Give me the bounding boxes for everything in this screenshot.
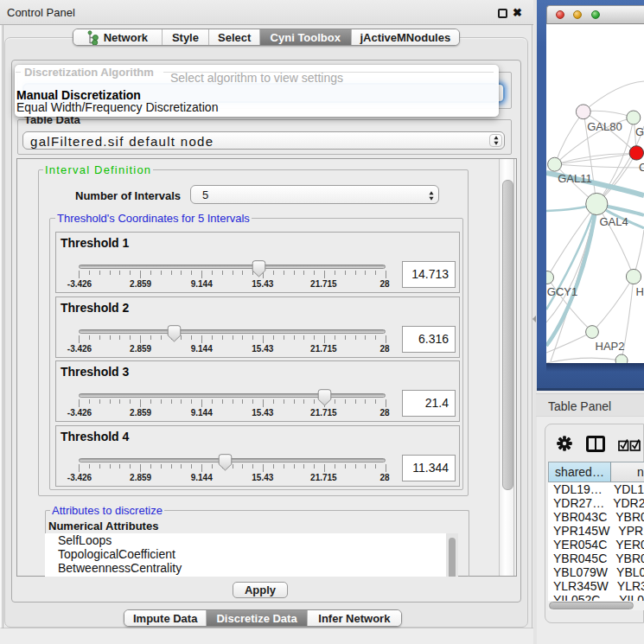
svg-text:GCY1: GCY1 xyxy=(547,285,577,298)
svg-text:GAL80: GAL80 xyxy=(587,120,622,133)
svg-text:HAP2: HAP2 xyxy=(596,340,625,353)
svg-text:C: C xyxy=(639,161,644,174)
svg-text:H: H xyxy=(636,285,644,298)
svg-text:GAL11: GAL11 xyxy=(558,172,592,185)
svg-text:GAL4: GAL4 xyxy=(599,215,628,228)
svg-text:GA: GA xyxy=(635,125,644,138)
